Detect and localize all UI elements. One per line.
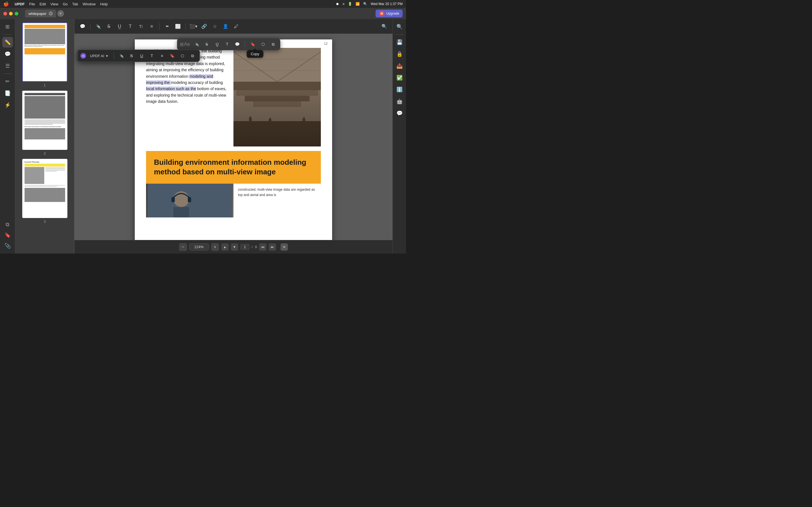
right-sidebar-share-btn[interactable]: 📤 (394, 61, 405, 71)
menu-view[interactable]: View (50, 2, 58, 6)
sidebar-edit-button[interactable]: ✏ (2, 76, 13, 87)
close-window-button[interactable] (3, 12, 7, 15)
toolbar-comment-btn[interactable]: 💬 (78, 22, 87, 31)
thumbnail-img-1: Building environment information modelin… (22, 22, 67, 82)
tab-whitepaper[interactable]: whitepaper ✕ (25, 10, 56, 17)
fullscreen-window-button[interactable] (15, 12, 18, 15)
minimize-window-button[interactable] (9, 12, 13, 15)
thumb-content-2: Preservation and inheritance of architec… (23, 91, 67, 149)
ai-list-btn[interactable]: ≡ (158, 52, 166, 60)
new-tab-button[interactable]: + (57, 10, 64, 17)
selection-highlight-btn[interactable]: ✒️ (193, 40, 201, 48)
menubar-right: ⏺ ≡ 🔋 📶 🔍 Wed Mar 20 1:37 PM (336, 2, 403, 6)
prev-page-button[interactable]: ⏮ (259, 243, 266, 251)
page-text-column: Combined with practical cases, the build… (146, 48, 234, 147)
scroll-up-button[interactable]: ▲ (221, 243, 229, 251)
search-icon[interactable]: 🔍 (363, 2, 367, 6)
menu-file[interactable]: File (29, 2, 35, 6)
title-bar: whitepaper ✕ + M Upgrade (0, 8, 406, 19)
right-sidebar-save-btn[interactable]: 💾 (394, 37, 405, 48)
menu-edit[interactable]: Edit (40, 2, 46, 6)
menu-clock: Wed Mar 20 1:37 PM (371, 2, 403, 6)
toolbar-pen-btn[interactable]: ✒ (162, 22, 172, 31)
next-page-button[interactable]: ⏭ (269, 243, 276, 251)
menu-go[interactable]: Go (63, 2, 68, 6)
menu-help[interactable]: Help (100, 2, 108, 6)
toolbar-shape-btn[interactable]: ⬜ (173, 22, 183, 31)
right-sidebar-search-btn[interactable]: 🔍 (394, 21, 405, 32)
zoom-level-display[interactable]: 124% (189, 243, 209, 250)
sidebar-annotation-button[interactable]: ✏️ (2, 37, 13, 48)
toolbar-rect-btn[interactable]: ⬛▾ (189, 22, 198, 31)
pdf-viewer[interactable]: ⊞ Aa ✒️ S̶ U̲ T 💬 🔖 ⬡ ⧉ Copy U UPDF AI (74, 34, 393, 240)
menu-window[interactable]: Window (83, 2, 96, 6)
selection-copy-btn[interactable]: ⧉ (269, 40, 277, 48)
thumbnail-num-3: 3 (44, 220, 46, 224)
toolbar-person-btn[interactable]: 👤 (221, 22, 231, 31)
upgrade-label: Upgrade (386, 11, 399, 15)
zoom-out-button[interactable]: − (179, 243, 187, 251)
toolbar-stamp-btn[interactable]: 🖊 (232, 22, 241, 31)
bottom-right-content: constructed, multi-view image data are r… (234, 184, 321, 217)
scroll-down-button[interactable]: ▼ (231, 243, 238, 251)
thumbnail-page-2[interactable]: Preservation and inheritance of architec… (17, 91, 72, 156)
toolbar-search-btn[interactable]: 🔍 (379, 22, 389, 31)
selection-text-btn[interactable]: T (223, 40, 232, 48)
selection-bookmark-btn[interactable]: 🔖 (249, 40, 257, 48)
text-selected-local: local information such as the (146, 87, 196, 91)
right-sidebar-lock-btn[interactable]: 🔒 (394, 49, 405, 59)
thumb-strip-3 (24, 164, 65, 166)
bottom-section: constructed, multi-view image data are r… (146, 184, 321, 217)
thumbnail-page-3[interactable]: Geometric Philosophy 3 (17, 159, 72, 224)
toolbar: 💬 ✒️ S̶ U̲ T T⃞ ≡ ✒ ⬜ ⬛▾ 🔗 ☆ 👤 🖊 🔍 (74, 19, 393, 34)
sidebar-layers-button[interactable]: ⧉ (2, 219, 13, 230)
selection-note-btn[interactable]: 💬 (233, 40, 242, 48)
ai-text-btn[interactable]: T (148, 52, 156, 60)
right-sidebar-check-btn[interactable]: ✅ (394, 72, 405, 83)
orange-title-text: Building environment information modelin… (154, 158, 313, 177)
toolbar-text-btn[interactable]: T (125, 22, 135, 31)
page-number-input[interactable] (241, 244, 250, 250)
right-sidebar-chat-btn[interactable]: 💬 (394, 108, 405, 119)
selection-underline-btn[interactable]: U̲ (213, 40, 221, 48)
tab-bar: whitepaper ✕ + (25, 10, 64, 17)
ai-copy-btn[interactable]: ⧉ (188, 52, 197, 60)
sidebar-list-button[interactable]: ☰ (2, 61, 13, 71)
ai-translate-btn[interactable]: ⬡ (178, 52, 187, 60)
menu-tab[interactable]: Tab (72, 2, 78, 6)
toolbar-text-box-btn[interactable]: T⃞ (136, 22, 146, 31)
ai-label-text[interactable]: UPDF AI ▾ (88, 54, 110, 58)
upgrade-button[interactable]: M Upgrade (375, 10, 403, 17)
selection-strike-btn[interactable]: S̶ (203, 40, 211, 48)
close-bar-button[interactable]: ✕ (281, 243, 288, 251)
bottom-text-para: constructed, multi-view image data are r… (238, 187, 316, 198)
toolbar-highlight-btn[interactable]: ✒️ (93, 22, 103, 31)
apple-menu[interactable]: 🍎 (3, 1, 9, 7)
selection-translate-btn[interactable]: ⬡ (259, 40, 267, 48)
sidebar-bookmark-button[interactable]: 🔖 (2, 230, 13, 240)
sidebar-thumbnail-button[interactable]: ⊞ (2, 21, 13, 32)
thumbnail-page-1[interactable]: Building environment information modelin… (17, 22, 72, 87)
toolbar-underline-btn[interactable]: U̲ (115, 22, 124, 31)
ai-underline-btn[interactable]: U (138, 52, 146, 60)
right-sidebar-info-btn[interactable]: ℹ️ (394, 84, 405, 95)
sidebar-comment-button[interactable]: 💬 (2, 49, 13, 59)
control-center-icon[interactable]: ≡ (343, 2, 345, 6)
page-body: Combined with practical cases, the build… (135, 48, 332, 229)
ai-strike-btn[interactable]: S (128, 52, 136, 60)
toolbar-link-btn[interactable]: 🔗 (199, 22, 209, 31)
screen-record-icon: ⏺ (336, 2, 339, 6)
ai-highlight-btn[interactable]: ✒️ (117, 52, 126, 60)
sidebar-organize-button[interactable]: 📑 (2, 88, 13, 99)
zoom-in-button[interactable]: + (211, 243, 219, 251)
right-sidebar-ai-btn[interactable]: 🤖 (394, 96, 405, 107)
toolbar-text-replace-btn[interactable]: ≡ (147, 22, 156, 31)
thumb-lines-2 (24, 119, 65, 125)
toolbar-strikethrough-btn[interactable]: S̶ (104, 22, 114, 31)
tab-close-button[interactable]: ✕ (49, 11, 53, 15)
toolbar-star-btn[interactable]: ☆ (210, 22, 220, 31)
sidebar-attachment-button[interactable]: 📎 (2, 240, 13, 251)
text-para-2: modeling accuracy of building (171, 80, 223, 85)
sidebar-convert-button[interactable]: ⚡ (2, 100, 13, 110)
ai-bookmark-btn[interactable]: 🔖 (168, 52, 176, 60)
